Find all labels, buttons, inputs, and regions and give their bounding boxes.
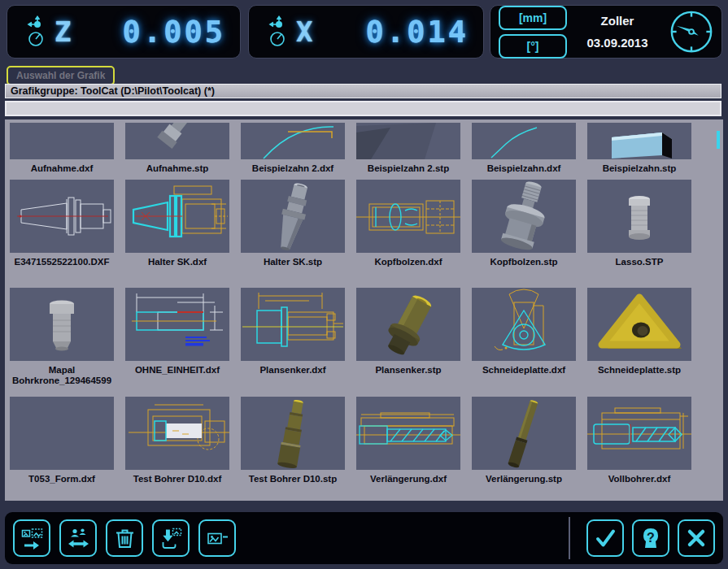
date-label: 03.09.2013: [567, 36, 668, 50]
graphics-grid: Aufnahme.dxf Aufnahme.stp: [5, 119, 723, 501]
cancel-button[interactable]: [678, 519, 715, 557]
delete-button[interactable]: [106, 519, 143, 557]
thumbnail-image: [472, 123, 576, 159]
close-icon: [685, 527, 708, 549]
x-axis-label: X: [296, 15, 312, 48]
thumbnail-kopfbolzen-stp[interactable]: Kopfbolzen.stp: [472, 180, 576, 267]
thumbnail-test-bohrer-d10-stp[interactable]: Test Bohrer D10.stp: [241, 397, 345, 484]
info-panel: [mm] [°] Zoller 03.09.2013: [490, 5, 722, 59]
thumbnail-mapal-bohrkrone[interactable]: Mapal Bohrkrone_129464599: [10, 288, 114, 386]
send-image-icon: [21, 528, 43, 549]
thumbnail-image: [356, 397, 460, 470]
thumbnail-test-bohrer-d10-dxf[interactable]: Test Bohrer D10.dxf: [125, 397, 229, 484]
zoller-graphics-selection-screen: Z 0.005 X 0.014 [mm] [°] Zoller 03.09.20…: [0, 0, 728, 569]
thumbnail-image: [125, 397, 229, 470]
thumbnail-plansenker-dxf[interactable]: Plansenker.dxf: [241, 288, 345, 386]
check-icon: [594, 527, 617, 549]
thumbnail-beispielzahn-stp[interactable]: Beispielzahn.stp: [587, 123, 691, 174]
assign-group-button[interactable]: [59, 519, 97, 557]
thumbnail-beispielzahn-2-stp[interactable]: Beispielzahn 2.stp: [356, 123, 460, 174]
people-swap-icon: [68, 528, 89, 549]
remove-image-button[interactable]: [198, 519, 236, 557]
thumbnail-image: [587, 397, 691, 470]
import-image-icon: [160, 528, 182, 549]
bottom-toolbar: ?: [5, 512, 723, 564]
thumbnail-image: [125, 288, 229, 361]
axis-gauge-icon: [268, 15, 291, 48]
thumbnail-plansenker-stp[interactable]: Plansenker.stp: [356, 288, 460, 386]
thumbnail-aufnahme-dxf[interactable]: Aufnahme.dxf: [10, 123, 114, 174]
question-icon: ?: [639, 527, 662, 549]
grid-scrollbar-thumb[interactable]: [717, 131, 720, 149]
thumbnail-image: [472, 397, 576, 470]
page-title: Auswahl der Grafik: [7, 66, 115, 85]
x-axis-value: 0.014: [366, 15, 469, 50]
axis-gauge-icon: [27, 15, 50, 48]
thumbnail-halter-sk-stp[interactable]: Halter SK.stp: [241, 180, 345, 267]
clock-icon: [668, 8, 715, 55]
thumbnail-image: [10, 397, 114, 470]
thumbnail-image: [356, 288, 460, 361]
z-axis-value: 0.005: [123, 15, 225, 50]
thumbnail-image: [587, 123, 691, 159]
thumbnail-schneideplatte-dxf[interactable]: Schneideplatte.dxf: [472, 288, 576, 386]
thumbnail-beispielzahn-dxf[interactable]: Beispielzahn.dxf: [472, 123, 576, 174]
graphics-group-bar[interactable]: Grafikgruppe: ToolCat (D:\Pilot\Toolcat)…: [5, 84, 721, 98]
thumbnail-verlaengerung-dxf[interactable]: Verlängerung.dxf: [356, 397, 460, 484]
filter-field[interactable]: [5, 101, 721, 116]
thumbnail-image: [10, 180, 114, 253]
thumbnail-image: [472, 288, 576, 361]
brand-label: Zoller: [567, 14, 668, 28]
unit-deg-button[interactable]: [°]: [499, 34, 567, 59]
thumbnail-image: [241, 397, 345, 470]
thumbnail-image: [10, 123, 114, 159]
thumbnail-image: [241, 288, 345, 361]
send-image-button[interactable]: [13, 519, 50, 557]
x-axis-panel: X 0.014: [248, 5, 484, 59]
thumbnail-e3471552522100-dxf[interactable]: E3471552522100.DXF: [10, 180, 114, 267]
thumbnail-ohne-einheit-dxf[interactable]: OHNE_EINHEIT.dxf: [125, 288, 229, 386]
thumbnail-image: [241, 180, 345, 253]
thumbnail-image: [587, 180, 691, 253]
thumbnail-t053-form-dxf[interactable]: T053_Form.dxf: [10, 397, 114, 484]
thumbnail-image: [356, 180, 460, 253]
thumbnail-vollbohrer-dxf[interactable]: Vollbohrer.dxf: [587, 397, 691, 484]
thumbnail-verlaengerung-stp[interactable]: Verlängerung.stp: [472, 397, 576, 484]
toolbar-divider: [569, 517, 570, 559]
svg-text:?: ?: [647, 531, 655, 545]
thumbnail-halter-sk-dxf[interactable]: Halter SK.dxf: [125, 180, 229, 267]
thumbnail-image: [125, 180, 229, 253]
help-button[interactable]: ?: [632, 519, 669, 557]
thumbnail-image: [125, 123, 229, 159]
import-image-button[interactable]: [152, 519, 190, 557]
thumbnail-aufnahme-stp[interactable]: Aufnahme.stp: [125, 123, 229, 174]
trash-icon: [114, 528, 136, 549]
ok-button[interactable]: [586, 519, 624, 557]
thumbnail-image: [472, 180, 576, 253]
thumbnail-image: [356, 123, 460, 159]
z-axis-panel: Z 0.005: [7, 5, 241, 59]
thumbnail-kopfbolzen-dxf[interactable]: Kopfbolzen.dxf: [356, 180, 460, 267]
z-axis-label: Z: [54, 15, 71, 48]
thumbnail-image: [241, 123, 345, 159]
image-minus-icon: [207, 528, 229, 549]
thumbnail-image: [587, 288, 691, 361]
thumbnail-schneideplatte-stp[interactable]: Schneideplatte.stp: [587, 288, 691, 386]
thumbnail-lasso-stp[interactable]: Lasso.STP: [587, 180, 691, 267]
thumbnail-image: [10, 288, 114, 361]
unit-mm-button[interactable]: [mm]: [499, 6, 567, 30]
thumbnail-beispielzahn-2-dxf[interactable]: Beispielzahn 2.dxf: [241, 123, 345, 174]
